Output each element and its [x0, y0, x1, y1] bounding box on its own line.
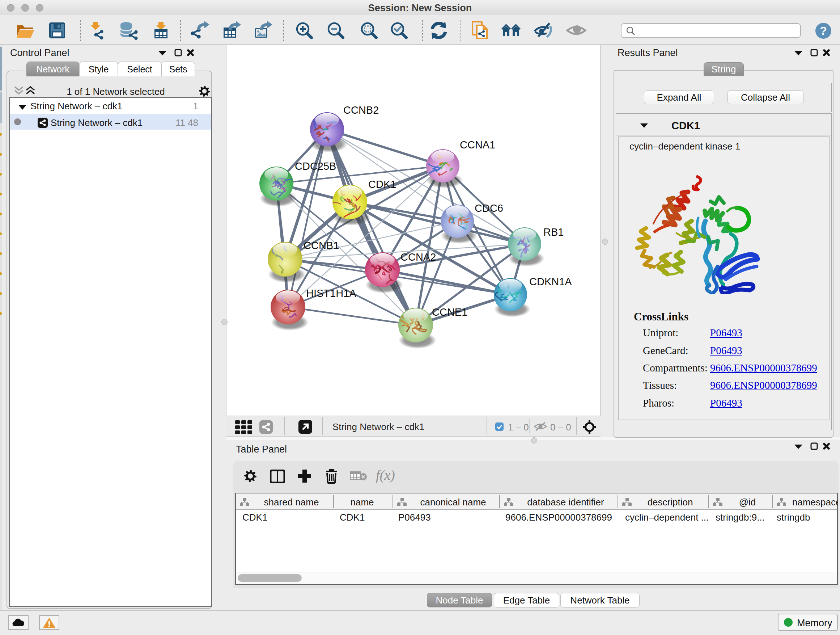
svg-text:RB1: RB1: [543, 226, 564, 238]
svg-text:CCNA2: CCNA2: [401, 251, 436, 263]
svg-text:CDC6: CDC6: [475, 203, 503, 214]
svg-text:HIST1H1A: HIST1H1A: [306, 287, 356, 299]
svg-text:CCNE1: CCNE1: [432, 306, 467, 318]
svg-text:CCNB2: CCNB2: [343, 104, 379, 116]
svg-text:CCNA1: CCNA1: [460, 139, 495, 150]
svg-text:CDKN1A: CDKN1A: [529, 276, 572, 287]
svg-text:CDK1: CDK1: [368, 179, 396, 190]
svg-text:CCNB1: CCNB1: [303, 240, 339, 251]
svg-text:CDC25B: CDC25B: [295, 160, 336, 172]
